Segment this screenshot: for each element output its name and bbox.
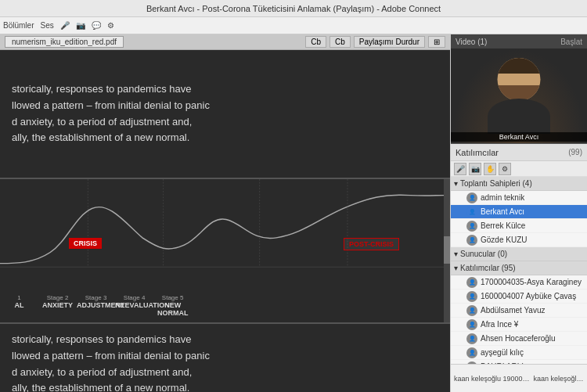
group-speakers-label: Sunucular (0) bbox=[460, 250, 507, 258]
participants-toolbar: 🎤 📷 ✋ ⚙ bbox=[451, 161, 587, 177]
participant-toolbar-btn1[interactable]: 🎤 bbox=[454, 163, 466, 175]
stage2-label: Stage 2 ANXIETY bbox=[38, 293, 77, 322]
tab-cb1[interactable]: Cb bbox=[305, 36, 326, 48]
participant-afra[interactable]: 👤 Afra İnce ¥ bbox=[451, 318, 587, 332]
group-hosts-label: Toplantı Sahipleri (4) bbox=[460, 179, 532, 188]
participant-name-a6: ayşegül kılıç bbox=[481, 348, 524, 357]
participant-berkant-avci[interactable]: 👤 Berkant Avcı bbox=[451, 205, 587, 219]
group-hosts-header[interactable]: ▾ Toplantı Sahipleri (4) bbox=[451, 177, 587, 191]
video-frame: Berkant Avcı bbox=[451, 49, 587, 143]
video-section: Video (1) Başlat Be bbox=[451, 34, 587, 144]
participant-name-a3: Abdülsamet Yavuz bbox=[481, 306, 545, 315]
slide-area: storically, responses to pandemics have … bbox=[0, 50, 450, 392]
participant-toolbar-btn2[interactable]: 📷 bbox=[469, 163, 481, 175]
file-tab-controls: Cb Cb Paylaşımı Durdur ⊞ bbox=[305, 36, 445, 48]
stage3-label: Stage 3 ADJUSTMENT bbox=[77, 293, 115, 322]
slide-bottom-text: storically, responses to pandemics have … bbox=[12, 332, 210, 392]
stage5-label: Stage 5 NEW NORMAL bbox=[153, 293, 192, 322]
chat-bottom: kaan keleşoğlu 1900002008: büşükülk kaza… bbox=[451, 364, 587, 392]
participant-berrek-kulce[interactable]: 👤 Berrek Külce bbox=[451, 219, 587, 233]
participants-title: Katılımcılar bbox=[456, 148, 499, 157]
participant-name-a2: 1600004007 Aybüke Çavaş bbox=[481, 292, 576, 300]
participants-section[interactable]: Katılımcılar (99) 🎤 📷 ✋ ⚙ ▾ Toplantı Sah… bbox=[451, 144, 587, 364]
participant-gozde-kuzu[interactable]: 👤 Gözde KUZU bbox=[451, 233, 587, 247]
participant-name-selected: Berkant Avcı bbox=[481, 207, 524, 216]
content-area: numerism_iku_edition_red.pdf Cb Cb Payla… bbox=[0, 34, 450, 392]
slide-bottom: storically, responses to pandemics have … bbox=[0, 324, 450, 392]
toolbar-ses[interactable]: Ses bbox=[40, 21, 53, 30]
person-body bbox=[488, 99, 550, 134]
tab-stop-sharing[interactable]: Paylaşımı Durdur bbox=[354, 36, 425, 48]
group-attendees-label: Katılımcılar (95) bbox=[460, 264, 516, 272]
participant-toolbar-btn3[interactable]: ✋ bbox=[484, 163, 496, 175]
chart-labels: 1 AL Stage 2 ANXIETY Stage 3 ADJUSTMENT … bbox=[0, 293, 192, 322]
group-attendees-arrow: ▾ bbox=[454, 264, 458, 272]
slide-chart: 1 AL Stage 2 ANXIETY Stage 3 ADJUSTMENT … bbox=[0, 179, 450, 324]
participant-avatar-a1: 👤 bbox=[466, 277, 477, 288]
participant-aybuke[interactable]: 👤 1600004007 Aybüke Çavaş bbox=[451, 290, 587, 304]
group-attendees-header[interactable]: ▾ Katılımcılar (95) bbox=[451, 261, 587, 275]
file-tab-bar: numerism_iku_edition_red.pdf Cb Cb Payla… bbox=[0, 34, 450, 50]
tab-cb2[interactable]: Cb bbox=[330, 36, 351, 48]
video-name-tag: Berkant Avcı bbox=[451, 132, 587, 142]
slide-top: storically, responses to pandemics have … bbox=[0, 50, 450, 179]
participant-aysegul[interactable]: 👤 ayşegül kılıç bbox=[451, 346, 587, 360]
video-header-title: Video (1) bbox=[456, 38, 487, 46]
stage1-label: 1 AL bbox=[0, 293, 38, 322]
group-speakers-arrow: ▾ bbox=[454, 250, 458, 258]
participant-avatar-a5: 👤 bbox=[466, 333, 477, 344]
application-toolbar: Bölümler Ses 🎤 📷 💬 ⚙ bbox=[0, 17, 587, 34]
participant-name2: Berrek Külce bbox=[481, 221, 525, 230]
scroll-thumb[interactable] bbox=[444, 236, 450, 264]
participant-ahsen[interactable]: 👤 Ahsen Hocaceferoğlu bbox=[451, 332, 587, 346]
post-crisis-label: POST-CRISIS bbox=[344, 238, 399, 250]
main-area: numerism_iku_edition_red.pdf Cb Cb Payla… bbox=[0, 34, 587, 392]
stage4-label: Stage 4 REEVALUATION bbox=[115, 293, 153, 322]
toolbar-icon1[interactable]: 🎤 bbox=[60, 21, 70, 30]
group-speakers-header[interactable]: ▾ Sunucular (0) bbox=[451, 247, 587, 261]
video-placeholder: Berkant Avcı bbox=[451, 49, 587, 143]
participant-avatar-selected: 👤 bbox=[466, 207, 477, 218]
participant-avatar-a6: 👤 bbox=[466, 347, 477, 358]
participant-name-a5: Ahsen Hocaceferoğlu bbox=[481, 334, 556, 343]
scroll-handle[interactable] bbox=[444, 179, 450, 322]
toolbar-icon3[interactable]: 💬 bbox=[92, 21, 101, 30]
participant-avatar: 👤 bbox=[466, 192, 477, 203]
slide-top-text: storically, responses to pandemics have … bbox=[12, 81, 210, 146]
participant-asya[interactable]: 👤 1700004035-Asya Karaginey bbox=[451, 275, 587, 290]
participant-avatar-a4: 👤 bbox=[466, 319, 477, 330]
participant-avatar-a2: 👤 bbox=[466, 291, 477, 302]
group-hosts-arrow: ▾ bbox=[454, 179, 458, 188]
participant-avatar3: 👤 bbox=[466, 235, 477, 246]
toolbar-bolumler[interactable]: Bölümler bbox=[3, 21, 34, 30]
file-tab[interactable]: numerism_iku_edition_red.pdf bbox=[5, 36, 124, 48]
person-head bbox=[498, 58, 541, 101]
chat-message-2: kaan keleşoğlu 1900002008: ... bbox=[533, 375, 584, 383]
participant-name-a1: 1700004035-Asya Karaginey bbox=[481, 278, 582, 286]
crisis-label[interactable]: CRISIS bbox=[69, 238, 102, 249]
toolbar-icon2[interactable]: 📷 bbox=[76, 21, 85, 30]
participant-name: admin teknik bbox=[481, 193, 524, 202]
participant-toolbar-btn4[interactable]: ⚙ bbox=[499, 163, 511, 175]
toolbar-icon4[interactable]: ⚙ bbox=[107, 21, 114, 30]
participant-abdulsamet[interactable]: 👤 Abdülsamet Yavuz bbox=[451, 304, 587, 318]
video-start-button[interactable]: Başlat bbox=[560, 38, 582, 46]
tab-expand[interactable]: ⊞ bbox=[428, 36, 445, 48]
window-title-bar: Berkant Avcı - Post-Corona Tüketicisini … bbox=[0, 0, 587, 17]
participant-admin-teknik[interactable]: 👤 admin teknik bbox=[451, 191, 587, 205]
participant-avatar-a3: 👤 bbox=[466, 305, 477, 316]
chart-svg bbox=[0, 179, 444, 293]
participant-name3: Gözde KUZU bbox=[481, 236, 527, 244]
participant-name-a4: Afra İnce ¥ bbox=[481, 320, 518, 329]
video-header: Video (1) Başlat bbox=[451, 34, 587, 49]
participants-count: (99) bbox=[568, 148, 582, 156]
participant-avatar2: 👤 bbox=[466, 221, 477, 232]
window-title: Berkant Avcı - Post-Corona Tüketicisini … bbox=[146, 4, 441, 13]
right-panel: Video (1) Başlat Be bbox=[450, 34, 587, 392]
chat-message-1: kaan keleşoğlu 1900002008: büşükülk kaza… bbox=[454, 375, 533, 383]
participants-header: Katılımcılar (99) bbox=[451, 144, 587, 161]
